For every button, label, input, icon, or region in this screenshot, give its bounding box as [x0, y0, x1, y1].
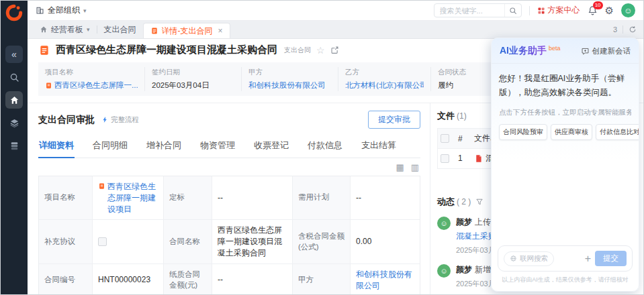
contract-doc-icon — [38, 44, 50, 56]
tab-invoice-register[interactable]: 收票登记 — [253, 135, 289, 158]
field-label: 纸质合同金额(元) — [164, 264, 212, 294]
project-link[interactable]: 西青区绿色生态屏障一... — [54, 80, 138, 91]
field-value: 0.00 — [351, 220, 420, 263]
close-tab-icon[interactable]: × — [218, 26, 223, 36]
grid-view-icon[interactable]: ▦ — [396, 162, 404, 172]
detail-tabs: 详细资料 合同明细 增补合同 物资管理 收票登记 付款信息 支出结算 — [38, 135, 420, 158]
user-avatar: ☺ — [437, 264, 451, 278]
ai-hint: 点击下方任务按钮，立即启动专属智能服务。 — [499, 108, 631, 117]
plan-center-link[interactable]: 方案中心 — [537, 5, 580, 16]
select-all-checkbox[interactable] — [441, 134, 449, 143]
quick-action-contract-risk[interactable]: 合同风险预审 — [499, 124, 547, 140]
collapse-sidebar-button[interactable]: « — [5, 46, 23, 63]
field-label: 甲方 — [293, 264, 351, 294]
globe-icon — [510, 255, 517, 262]
global-search-box[interactable] — [434, 3, 522, 17]
tab-supplement-contract[interactable]: 增补合同 — [146, 135, 182, 158]
plan-center-icon — [537, 7, 545, 15]
tab-payment-info[interactable]: 付款信息 — [307, 135, 343, 158]
document-icon — [150, 27, 158, 35]
field-value — [93, 220, 164, 263]
field-label: 定标 — [164, 176, 212, 220]
supplement-checkbox[interactable] — [98, 237, 107, 246]
divider — [623, 25, 623, 34]
submit-approval-button[interactable]: 提交审批 — [368, 111, 420, 129]
party-a-link[interactable]: 和创科技股份有限公司 — [248, 80, 326, 91]
field-value: -- — [212, 176, 293, 220]
summary-field-party-b: 乙方 北方材料(北京)有限公司廊坊... — [338, 67, 430, 91]
summary-field-party-a: 甲方 和创科技股份有限公司 — [241, 67, 338, 91]
ai-assistant-panel: AI业务助手 beta 创建新会话 您好！我是红圈AI业务助手（尝鲜版），助您高… — [491, 38, 639, 292]
field-label: 补充协议 — [39, 220, 93, 263]
field-label: 需用计划 — [293, 176, 351, 220]
project-link[interactable]: 西青区绿色生态屏障一期建设项目 — [98, 181, 158, 215]
field-label: 合同名称 — [164, 220, 212, 263]
topbar-actions: 方案中心 10 ⚙ ☺ — [434, 3, 635, 17]
home-icon[interactable] — [5, 91, 23, 109]
approval-section-title: 支出合同审批 — [38, 114, 95, 126]
tab-contract-detail[interactable]: 详情-支出合同 × — [143, 23, 230, 38]
tab-contract-items[interactable]: 合同明细 — [92, 135, 128, 158]
file-checkbox[interactable] — [441, 154, 449, 163]
tabbar-tools: 3 — [613, 21, 643, 38]
field-label: 项目名称 — [39, 176, 93, 220]
ai-greeting: 您好！我是红圈AI业务助手（尝鲜版），助您高效解决各类问题。 — [499, 72, 631, 101]
full-flow-link[interactable]: 完整流程 — [101, 115, 139, 125]
field-label: 合同编号 — [39, 264, 93, 294]
party-b-link[interactable]: 北方材料(北京)有限公司廊坊... — [345, 80, 424, 91]
field-value: -- — [212, 264, 293, 294]
brand-logo-icon[interactable] — [5, 4, 23, 21]
home-small-icon — [40, 25, 48, 34]
chevron-down-icon: ▾ — [87, 26, 90, 33]
favorite-star-icon[interactable]: ☆ — [316, 45, 325, 56]
web-search-toggle[interactable]: 联网搜索 — [504, 251, 554, 266]
user-avatar[interactable]: ☺ — [621, 3, 635, 17]
field-value: HNT00000023 — [93, 264, 164, 294]
contract-type-tag: 支出合同 — [284, 46, 311, 55]
column-header-index: # — [455, 130, 471, 148]
column-settings-icon[interactable]: ▥ — [411, 162, 419, 172]
notifications-bell-icon[interactable]: 10 — [588, 5, 598, 15]
share-external-icon[interactable] — [330, 46, 339, 54]
open-tabs-count[interactable]: 3 — [613, 25, 617, 34]
modules-stack-icon[interactable] — [5, 137, 23, 154]
search-icon[interactable] — [504, 4, 521, 17]
sidebar: « — [1, 1, 28, 294]
new-session-button[interactable]: 创建新会话 — [581, 46, 631, 56]
summary-field-sign-date: 签约日期 2025年03月04日 — [144, 67, 241, 91]
filter-funnel-icon[interactable] — [475, 198, 484, 206]
field-value: 西青区绿色生态屏障一期建设项目混凝土采购合同 — [212, 220, 293, 263]
attach-plus-icon[interactable]: + — [585, 253, 591, 264]
party-a-link[interactable]: 和创科技股份有限公司 — [356, 269, 414, 292]
ai-submit-button[interactable]: 提交 — [595, 251, 627, 266]
ai-panel-title: AI业务助手 — [500, 45, 547, 57]
org-switcher[interactable]: 全部组织 ▾ — [36, 5, 87, 16]
apps-layers-icon[interactable] — [5, 114, 23, 131]
refresh-icon[interactable] — [629, 25, 637, 34]
quick-action-payment-check[interactable]: 付款信息比对 — [596, 124, 639, 140]
org-label: 全部组织 — [48, 5, 80, 16]
quick-action-supplier-audit[interactable]: 供应商审核 — [551, 124, 592, 140]
project-mini-icon — [98, 181, 105, 190]
tab-detail-info[interactable]: 详细资料 — [38, 135, 75, 158]
tab-dashboard[interactable]: 经营看板 ▾ — [33, 21, 97, 38]
field-value: -- — [351, 176, 420, 220]
tab-material-management[interactable]: 物资管理 — [199, 135, 236, 158]
field-value: 西青区绿色生态屏障一期建设项目 — [93, 176, 164, 220]
settings-gear-icon[interactable]: ⚙ — [605, 5, 614, 17]
window-tabbar: 经营看板 ▾ 支出合同 详情-支出合同 × 3 — [28, 21, 643, 39]
ai-panel-header: AI业务助手 beta 创建新会话 — [492, 38, 639, 64]
sidebar-search-icon[interactable] — [5, 68, 23, 86]
user-avatar: ☺ — [437, 217, 451, 230]
ai-panel-body: 您好！我是红圈AI业务助手（尝鲜版），助您高效解决各类问题。 点击下方任务按钮，… — [492, 64, 639, 245]
tab-expense-settlement[interactable]: 支出结算 — [361, 135, 397, 158]
tab-expense-contract[interactable]: 支出合同 — [97, 21, 143, 38]
divider — [529, 6, 530, 15]
flow-bolt-icon — [101, 116, 109, 123]
field-label: 含税合同金额(公式) — [293, 220, 351, 263]
ai-message-input[interactable]: 联网搜索 + 提交 — [498, 245, 633, 272]
field-value: 和创科技股份有限公司 — [351, 264, 420, 294]
notification-badge: 10 — [593, 1, 603, 9]
pdf-file-icon — [474, 154, 483, 163]
search-input[interactable] — [434, 7, 504, 15]
